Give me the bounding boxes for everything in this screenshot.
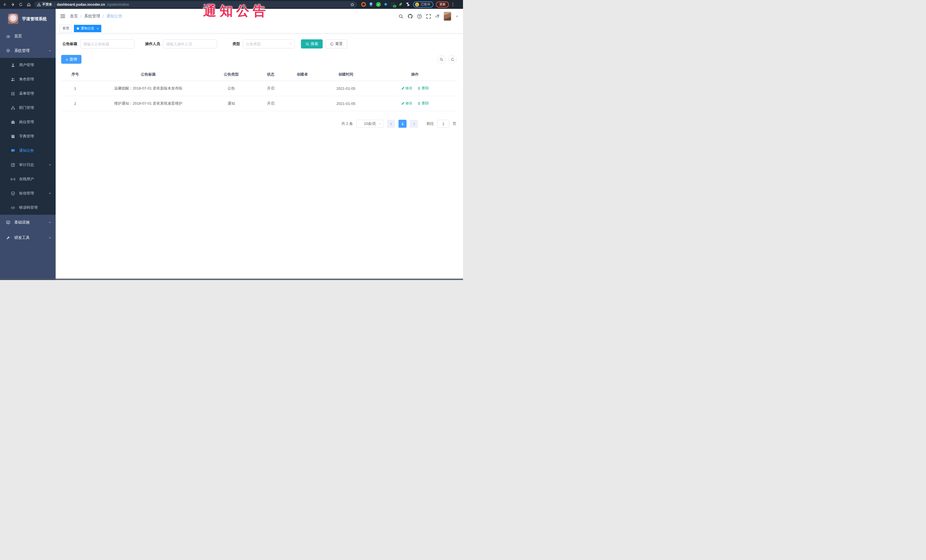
cell-title: 温馨提醒：2018-07-01 若依新版本发布啦 [89,81,208,96]
cell-status: 开启 [255,81,287,96]
chevron-down-icon [378,122,381,125]
sidebar-item-label: 岗位管理 [19,119,34,125]
message-bubble-icon [11,148,15,153]
fullscreen-icon[interactable] [426,14,431,19]
sidebar-item-infrastructure[interactable]: 基础设施 [0,215,56,230]
pagination: 共 2 条 10条/页 1 前往 页 [61,120,457,128]
trash-icon [418,102,421,105]
tab-home[interactable]: 首页 [60,25,72,32]
col-title: 公告标题 [89,68,208,81]
profile-paused-chip[interactable]: 已暂停 [413,2,433,8]
sidebar-item-user-mgmt[interactable]: 用户管理 [0,58,56,72]
tab-notice[interactable]: 通知公告 × [74,25,101,32]
security-warning[interactable]: 不安全 [37,2,52,6]
app-title: 芋道管理系统 [22,16,47,22]
chevron-down-icon [48,236,51,240]
prev-page-button[interactable] [387,120,395,128]
extension-on-badge-icon[interactable]: on [391,2,396,7]
type-select-input[interactable] [243,39,295,48]
cell-created: 2021-01-05 [318,81,374,96]
operator-filter-input[interactable] [163,39,217,48]
briefcase-icon [11,120,15,124]
breadcrumb-system[interactable]: 系统管理 [84,14,100,19]
breadcrumb-home[interactable]: 首页 [70,14,78,19]
online-signal-icon [11,177,15,181]
delete-link[interactable]: 删除 [418,101,429,106]
sidebar-item-dev-tools[interactable]: 研发工具 [0,230,56,246]
wrench-icon [6,235,10,240]
next-page-button[interactable] [410,120,418,128]
extension-green-icon[interactable] [376,2,381,7]
sidebar-item-role-mgmt[interactable]: 角色管理 [0,72,56,86]
collapse-sidebar-icon[interactable] [60,14,65,18]
type-filter-select[interactable] [243,39,295,48]
help-icon[interactable] [417,14,422,19]
tree-list-icon [11,91,15,96]
refresh-table-button[interactable] [448,55,457,63]
address-separator: | [54,3,55,6]
app-logo-row[interactable]: 芋道管理系统 [0,9,56,29]
sidebar-item-sms-mgmt[interactable]: 短信管理 [0,186,56,201]
close-tab-icon[interactable]: × [97,27,98,30]
page-size-select[interactable]: 10条/页 [356,120,384,128]
edit-link[interactable]: 修改 [401,86,413,91]
col-type: 公告类型 [207,68,255,81]
home-icon[interactable] [26,2,31,7]
sidebar-item-dept-mgmt[interactable]: 部门管理 [0,101,56,115]
sidebar-item-audit-log[interactable]: 审计日志 [0,158,56,172]
caret-down-icon[interactable]: ▼ [455,15,458,18]
chevron-right-icon [413,122,416,125]
sidebar-item-dict-mgmt[interactable]: 字典管理 [0,129,56,143]
breadcrumb-current: 通知公告 [106,14,123,19]
title-filter-label: 公告标题 [62,41,77,47]
back-icon[interactable] [2,2,8,7]
extension-pin-icon[interactable] [369,2,374,7]
active-dot [77,27,79,30]
sidebar-item-menu-mgmt[interactable]: 菜单管理 [0,86,56,101]
forward-icon[interactable] [10,2,15,7]
sidebar-item-label: 角色管理 [19,77,34,82]
reset-button[interactable]: 重置 [325,39,347,48]
github-icon[interactable] [408,14,413,19]
extension-diamond-icon[interactable] [383,2,388,7]
search-button[interactable]: 搜索 [301,39,323,48]
font-size-icon[interactable]: TT [435,14,439,19]
reload-icon[interactable] [18,2,23,7]
table-header-row: 序号 公告标题 公告类型 状态 创建者 创建时间 操作 [61,68,457,81]
cell-status: 开启 [255,96,287,111]
col-status: 状态 [255,68,287,81]
table-tools [437,55,457,63]
delete-link[interactable]: 删除 [418,86,429,91]
extension-leaf-icon[interactable] [398,2,403,7]
browser-menu-icon[interactable] [452,3,454,6]
sidebar-item-system-mgmt[interactable]: 系统管理 [0,43,56,58]
sidebar-item-notice[interactable]: 通知公告 [0,143,56,158]
col-created: 创建时间 [318,68,374,81]
edit-square-icon [11,163,15,167]
search-icon[interactable] [398,14,403,19]
address-bar[interactable]: 不安全 | dashboard.yudao.iocoder.cn /system… [34,1,357,8]
cell-seq: 1 [61,81,89,96]
show-search-toggle-button[interactable] [437,55,446,63]
sidebar-item-post-mgmt[interactable]: 岗位管理 [0,115,56,129]
page-content: 公告标题 操作人员 类型 搜索 [56,33,463,128]
col-creator: 创建者 [286,68,318,81]
cell-creator [286,96,318,111]
sidebar-item-home[interactable]: 首页 [0,29,56,43]
update-button[interactable]: 更新 [436,2,449,8]
title-filter-input[interactable] [80,39,135,48]
add-button[interactable]: + 新增 [61,55,81,63]
sidebar-item-errorcode-mgmt[interactable]: 错误码管理 [0,201,56,215]
type-filter-label: 类型 [233,41,240,47]
bookmark-star-icon[interactable] [350,3,354,6]
users-icon [11,77,15,82]
sidebar-item-online-users[interactable]: 在线用户 [0,172,56,186]
chevron-down-icon [48,221,51,224]
goto-page-input[interactable] [437,120,449,128]
pencil-icon [401,87,404,90]
edit-link[interactable]: 修改 [401,101,413,106]
avatar[interactable] [443,12,451,21]
page-number-1[interactable]: 1 [398,120,407,128]
extensions-puzzle-icon[interactable] [406,2,410,7]
extension-orange-icon[interactable] [361,2,366,7]
